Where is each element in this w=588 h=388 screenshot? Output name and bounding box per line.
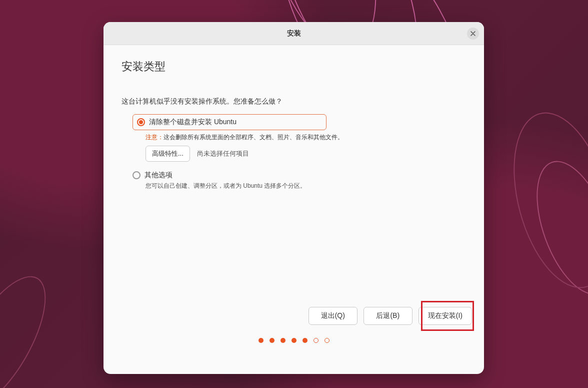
- progress-dot: [314, 338, 318, 343]
- swirl-stroke: [0, 263, 64, 388]
- progress-dot: [270, 338, 274, 343]
- warning-label: 注意：: [146, 134, 164, 141]
- option-erase-disk[interactable]: 清除整个磁盘并安装 Ubuntu: [132, 114, 326, 130]
- advanced-row: 高级特性... 尚未选择任何项目: [146, 146, 466, 162]
- titlebar: 安装: [104, 22, 484, 45]
- content-area: 安装类型 这台计算机似乎没有安装操作系统。您准备怎么做？ 清除整个磁盘并安装 U…: [104, 45, 484, 307]
- progress-dot: [302, 338, 308, 343]
- swirl-stroke: [496, 102, 588, 299]
- back-button[interactable]: 后退(B): [364, 307, 412, 325]
- erase-warning: 注意：这会删除所有系统里面的全部程序、文档、照片、音乐和其他文件。: [146, 133, 466, 142]
- warning-text: 这会删除所有系统里面的全部程序、文档、照片、音乐和其他文件。: [164, 134, 344, 141]
- option-other-label: 其他选项: [144, 171, 172, 180]
- option-erase-label: 清除整个磁盘并安装 Ubuntu: [149, 118, 236, 127]
- install-button[interactable]: 现在安装(I): [418, 307, 472, 325]
- footer: 退出(Q) 后退(B) 现在安装(I): [104, 307, 484, 374]
- page-title: 安装类型: [122, 59, 466, 74]
- advanced-status: 尚未选择任何项目: [197, 149, 249, 158]
- advanced-features-button[interactable]: 高级特性...: [146, 146, 190, 162]
- radio-checked-icon: [137, 118, 145, 126]
- radio-unchecked-icon: [132, 171, 140, 179]
- progress-dots: [104, 338, 484, 343]
- option-other-description: 您可以自己创建、调整分区，或者为 Ubuntu 选择多个分区。: [146, 182, 466, 190]
- progress-dot: [292, 338, 296, 343]
- option-something-else[interactable]: 其他选项: [132, 171, 466, 180]
- quit-button[interactable]: 退出(Q): [308, 307, 358, 325]
- progress-dot: [258, 338, 264, 343]
- prompt-text: 这台计算机似乎没有安装操作系统。您准备怎么做？: [122, 97, 466, 106]
- window-title: 安装: [287, 29, 301, 38]
- installer-window: 安装 安装类型 这台计算机似乎没有安装操作系统。您准备怎么做？ 清除整个磁盘并安…: [104, 22, 484, 374]
- close-icon[interactable]: [467, 28, 479, 40]
- progress-dot: [324, 338, 330, 343]
- progress-dot: [280, 338, 286, 343]
